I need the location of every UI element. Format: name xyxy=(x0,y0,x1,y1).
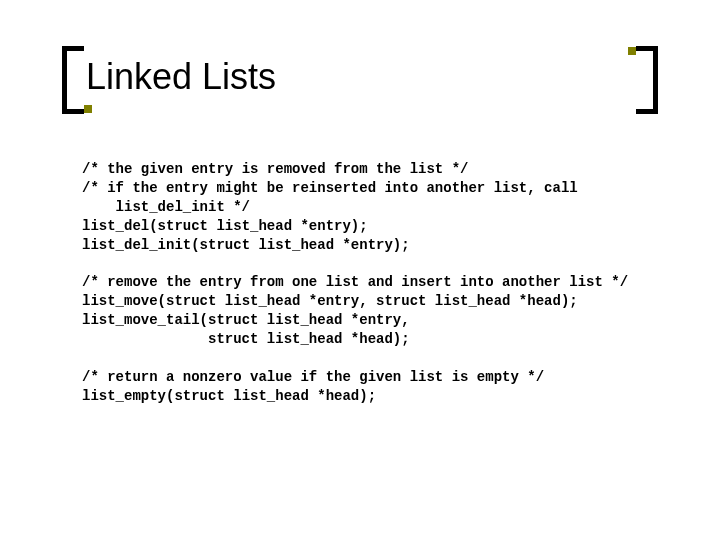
code-line: /* return a nonzero value if the given l… xyxy=(82,368,642,387)
code-line: list_empty(struct list_head *head); xyxy=(82,387,642,406)
code-line: /* if the entry might be reinserted into… xyxy=(82,179,642,217)
code-line: list_move_tail(struct list_head *entry, xyxy=(82,311,642,330)
blank-line xyxy=(82,349,642,368)
bracket-accent-left xyxy=(84,105,92,113)
slide: Linked Lists /* the given entry is remov… xyxy=(0,0,720,540)
code-line: /* remove the entry from one list and in… xyxy=(82,273,642,292)
code-line: list_del(struct list_head *entry); xyxy=(82,217,642,236)
bracket-right xyxy=(636,46,658,114)
bracket-left xyxy=(62,46,84,114)
bracket-accent-right xyxy=(628,47,636,55)
code-line: list_move(struct list_head *entry, struc… xyxy=(82,292,642,311)
code-line: struct list_head *head); xyxy=(82,330,642,349)
blank-line xyxy=(82,254,642,273)
page-title: Linked Lists xyxy=(86,56,276,98)
code-block: /* the given entry is removed from the l… xyxy=(82,160,642,406)
title-frame: Linked Lists xyxy=(62,46,658,114)
code-line: list_del_init(struct list_head *entry); xyxy=(82,236,642,255)
code-line: /* the given entry is removed from the l… xyxy=(82,160,642,179)
